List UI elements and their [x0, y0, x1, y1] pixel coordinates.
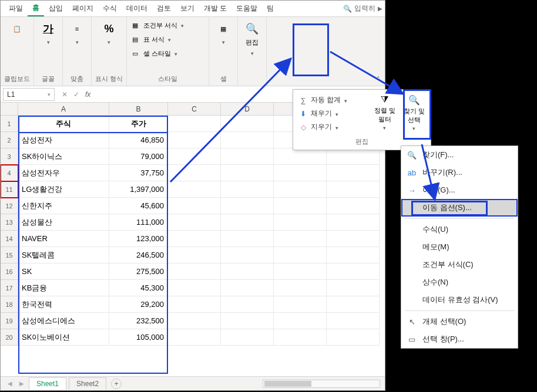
cell[interactable]: 삼성에스디에스 [18, 313, 109, 329]
editing-button[interactable]: 🔍 편집 ▾ [241, 19, 263, 59]
cell[interactable]: 111,000 [109, 214, 168, 231]
align-button[interactable]: ≡ ▾ [66, 19, 88, 48]
row-header-18[interactable]: 18 [1, 296, 18, 313]
cell[interactable] [327, 214, 380, 231]
cell[interactable] [221, 280, 274, 296]
cell[interactable] [274, 296, 327, 313]
enter-icon[interactable]: ✓ [73, 90, 79, 99]
cell[interactable] [327, 280, 380, 296]
cell[interactable] [221, 313, 274, 329]
cell[interactable] [327, 313, 380, 329]
cell[interactable] [168, 263, 221, 280]
menu-replace[interactable]: ab바꾸기(R)... [401, 164, 518, 181]
cell[interactable] [327, 181, 380, 198]
row-header-20[interactable]: 20 [1, 329, 18, 346]
tab-help[interactable]: 도움말 [231, 1, 262, 16]
cell[interactable]: 신한지주 [18, 198, 109, 214]
menu-constants[interactable]: 상수(N) [401, 273, 518, 291]
menu-cond-fmt[interactable]: 조건부 서식(C) [401, 256, 518, 273]
cell[interactable]: 주가 [109, 116, 168, 132]
name-box[interactable]: L1 ▾ [3, 88, 55, 101]
tab-file[interactable]: 파일 [4, 1, 28, 16]
cell[interactable] [221, 148, 274, 165]
cell[interactable]: KB금융 [18, 280, 109, 296]
tab-developer[interactable]: 개발 도 [199, 1, 231, 16]
add-sheet-button[interactable]: + [111, 379, 122, 389]
cell[interactable] [221, 329, 274, 346]
cell[interactable] [274, 148, 327, 165]
cell[interactable] [274, 231, 327, 247]
cell[interactable] [221, 132, 274, 148]
conditional-formatting-button[interactable]: ▦ 조건부 서식 ▾ [130, 19, 184, 31]
menu-goto-special[interactable]: 이동 옵션(S)... [401, 199, 518, 217]
tab-team[interactable]: 팀 [262, 1, 278, 16]
cell[interactable]: SK [18, 263, 109, 280]
tab-home[interactable]: 홈 [28, 1, 44, 16]
cell[interactable] [168, 198, 221, 214]
cell[interactable]: 232,500 [109, 313, 168, 329]
sheet-nav-prev[interactable]: ◀ [5, 380, 15, 387]
row-header-17[interactable]: 17 [1, 280, 18, 296]
autosum-button[interactable]: ∑ 자동 합계 ▾ [297, 93, 368, 107]
cancel-icon[interactable]: ✕ [62, 90, 68, 99]
fx-label[interactable]: fx [85, 90, 90, 99]
find-select-button[interactable]: 🔍 찾기 및 선택 ▾ [401, 93, 427, 134]
cell[interactable]: 주식 [18, 116, 109, 132]
font-button[interactable]: 가 ▾ [38, 19, 59, 48]
sheet-tab-1[interactable]: Sheet1 [29, 377, 66, 390]
cell[interactable] [221, 247, 274, 263]
tab-data[interactable]: 데이터 [122, 1, 152, 16]
cell[interactable] [327, 198, 380, 214]
cell[interactable] [168, 116, 221, 132]
cell[interactable]: 275,500 [109, 263, 168, 280]
cell[interactable] [274, 198, 327, 214]
cell[interactable]: LG생활건강 [18, 181, 109, 198]
cell[interactable] [168, 231, 221, 247]
cell[interactable] [274, 181, 327, 198]
cell[interactable] [168, 132, 221, 148]
paste-button[interactable]: 📋 [6, 19, 28, 38]
cell[interactable] [168, 214, 221, 231]
col-header-c[interactable]: C [168, 103, 221, 116]
cell[interactable] [221, 116, 274, 132]
tab-insert[interactable]: 삽입 [44, 1, 68, 16]
cell[interactable] [274, 263, 327, 280]
format-as-table-button[interactable]: ▤ 표 서식 ▾ [130, 33, 171, 45]
row-header-3[interactable]: 3 [1, 148, 18, 165]
cell[interactable] [168, 247, 221, 263]
row-header-1[interactable]: 1 [1, 116, 18, 132]
fill-button[interactable]: ⬇ 채우기 ▾ [297, 107, 368, 120]
cell[interactable] [274, 280, 327, 296]
menu-formulas[interactable]: 수식(U) [401, 221, 518, 238]
cell[interactable] [274, 313, 327, 329]
cell[interactable] [327, 296, 380, 313]
row-header-14[interactable]: 14 [1, 231, 18, 247]
cell[interactable] [327, 263, 380, 280]
cell[interactable]: SK하이닉스 [18, 148, 109, 165]
cell[interactable]: 46,850 [109, 132, 168, 148]
row-header-16[interactable]: 16 [1, 263, 18, 280]
menu-find[interactable]: 🔍찾기(F)... [401, 146, 518, 164]
cell[interactable]: 45,300 [109, 280, 168, 296]
cell[interactable] [327, 329, 380, 346]
cell[interactable] [221, 263, 274, 280]
collapse-ribbon-icon[interactable]: ˄ [377, 76, 380, 83]
cell[interactable] [274, 214, 327, 231]
row-header-4[interactable]: 4 [1, 165, 18, 181]
cell[interactable] [168, 181, 221, 198]
sort-filter-button[interactable]: ⧩ 정렬 및 필터 ▾ [372, 93, 398, 134]
menu-validation[interactable]: 데이터 유효성 검사(V) [401, 291, 518, 309]
cell[interactable] [221, 198, 274, 214]
cell[interactable]: SK이노베이션 [18, 329, 109, 346]
cell[interactable]: 45,600 [109, 198, 168, 214]
cell[interactable]: 1,397,000 [109, 181, 168, 198]
cell-styles-button[interactable]: ▭ 셀 스타일 ▾ [130, 48, 177, 59]
col-header-a[interactable]: A [18, 103, 109, 116]
cell[interactable] [274, 165, 327, 181]
col-header-b[interactable]: B [109, 103, 168, 116]
sheet-tab-2[interactable]: Sheet2 [69, 377, 106, 390]
cell[interactable]: 246,500 [109, 247, 168, 263]
menu-comments[interactable]: 메모(M) [401, 238, 518, 256]
row-header-2[interactable]: 2 [1, 132, 18, 148]
cell[interactable] [274, 329, 327, 346]
